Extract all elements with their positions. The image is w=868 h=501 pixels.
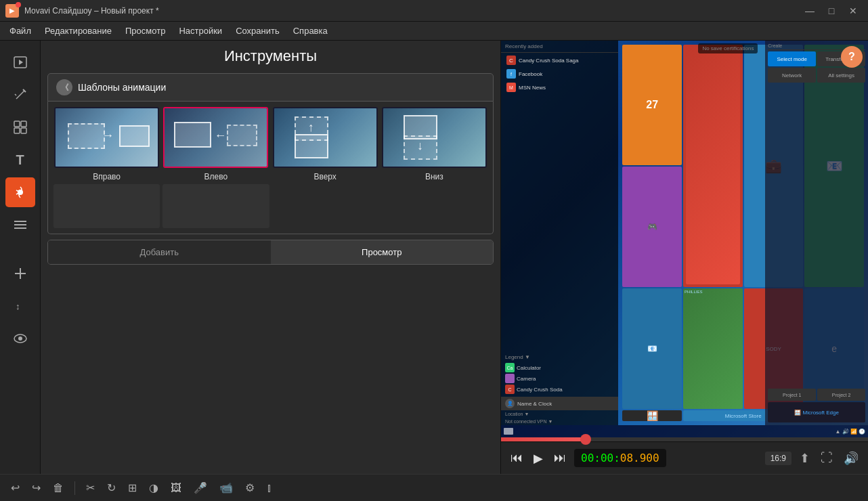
anim-label-right: Вправо (93, 172, 121, 181)
crop-button[interactable]: ⊞ (124, 479, 141, 497)
progress-thumb[interactable] (580, 434, 591, 445)
svg-rect-7 (14, 128, 20, 133)
anim-thumb-up: ↑ (273, 107, 378, 168)
share-button[interactable]: ⬆ (797, 448, 812, 469)
anim-label-down: Вниз (425, 172, 443, 181)
no-save-notifications: No save certifications (698, 43, 758, 53)
action-buttons: Добавить Просмотр (47, 240, 494, 265)
menubar-item-сохранить[interactable]: Сохранить (229, 23, 286, 39)
start-menu: Recently added CCandy Crush Soda Saga fF… (501, 41, 618, 425)
fullscreen-button[interactable]: ⛶ (818, 448, 836, 468)
volume-button[interactable]: 🔊 (841, 448, 861, 469)
section-header: 《 Шаблоны анимации (47, 73, 494, 102)
animations-grid: → Вправо ← Влево (47, 102, 494, 234)
sidebar-btn-menu[interactable] (5, 210, 35, 240)
image-button[interactable]: 🖼 (167, 479, 186, 497)
skip-to-end-button[interactable]: ⏭ (551, 448, 569, 468)
anim-thumb-extra-3 (272, 184, 378, 228)
svg-rect-6 (21, 121, 26, 127)
anim-label-left: Влево (204, 172, 228, 181)
preview-progress-bar (501, 437, 868, 441)
svg-line-4 (15, 94, 16, 95)
menubar: ФайлРедактированиеПросмотрНастройкиСохра… (0, 22, 868, 41)
timecode-display: 00:00:08.900 (574, 449, 666, 467)
right-panel: Create Select mode Transfer rock Network… (765, 41, 868, 425)
svg-marker-1 (19, 60, 23, 65)
anim-item-left[interactable]: ← Влево (162, 107, 269, 181)
anim-thumb-extra-1[interactable] (53, 184, 160, 228)
sidebar-btn-cursor[interactable]: ↕ (5, 291, 35, 321)
menubar-item-справка[interactable]: Справка (286, 23, 334, 39)
anim-thumb-extra-2[interactable] (162, 184, 269, 228)
titlebar: ▶ Movavi Слайдшоу – Новый проект * — □ ✕ (0, 0, 868, 22)
maximize-button[interactable]: □ (822, 4, 841, 18)
section-title: Шаблоны анимации (78, 82, 166, 93)
play-button[interactable]: ▶ (531, 448, 546, 469)
app-icon: ▶ (5, 4, 19, 18)
sidebar-btn-plus[interactable] (5, 259, 35, 288)
help-button[interactable]: ? (841, 46, 863, 68)
rotate-button[interactable]: ↻ (103, 479, 120, 497)
back-button[interactable]: 《 (56, 79, 72, 95)
anim-thumb-down: ↓ (382, 107, 487, 168)
progress-fill (501, 437, 586, 441)
anim-thumb-extra-4 (381, 184, 487, 228)
sidebar-btn-text[interactable]: T (5, 145, 35, 175)
undo-button[interactable]: ↩ (7, 479, 24, 497)
sidebar-btn-filter[interactable] (5, 112, 35, 142)
anim-thumb-right: → (54, 107, 159, 168)
anim-item-down[interactable]: ↓ Вниз (381, 107, 487, 181)
sidebar-btn-media[interactable] (5, 47, 35, 77)
svg-line-2 (16, 91, 24, 99)
color-button[interactable]: ◑ (145, 479, 162, 497)
add-button[interactable]: Добавить (48, 240, 271, 264)
audio-button[interactable]: 🎤 (190, 479, 211, 497)
sidebar: T ↕ (0, 41, 41, 474)
minimize-button[interactable]: — (800, 4, 819, 18)
skip-to-start-button[interactable]: ⏮ (508, 448, 525, 468)
sidebar-btn-wand[interactable] (5, 80, 35, 110)
timeline-toolbar: ↩ ↪ 🗑 ✂ ↻ ⊞ ◑ 🖼 🎤 📹 ⚙ ⫿ (0, 475, 868, 501)
sidebar-btn-eye[interactable] (5, 324, 35, 353)
settings-button[interactable]: ⚙ (241, 479, 259, 497)
aspect-ratio-selector[interactable]: 16:9 (765, 452, 791, 465)
notification-badge (16, 2, 21, 7)
svg-rect-5 (14, 121, 20, 127)
svg-text:↕: ↕ (16, 301, 20, 311)
anim-label-up: Вверх (313, 172, 336, 181)
menubar-item-просмотр[interactable]: Просмотр (118, 23, 172, 39)
preview-area: ▲ 🔊 📶 🕐 Recently added CCandy Crush Soda… (501, 41, 868, 437)
svg-rect-8 (21, 128, 26, 133)
title-left: ▶ Movavi Слайдшоу – Новый проект * (5, 4, 159, 18)
win10-taskbar: ▲ 🔊 📶 🕐 (501, 425, 868, 437)
app-icon-symbol: ▶ (9, 7, 15, 14)
tools-panel: Инструменты 《 Шаблоны анимации → Впр (41, 41, 501, 474)
close-button[interactable]: ✕ (844, 4, 863, 18)
anim-thumb-left: ← (163, 107, 268, 168)
menubar-item-настройки[interactable]: Настройки (172, 23, 229, 39)
playback-controls: ⏮ ▶ ⏭ 00:00:08.900 16:9 ⬆ ⛶ 🔊 (501, 441, 868, 474)
video-button[interactable]: 📹 (215, 479, 237, 497)
svg-point-17 (18, 336, 22, 341)
equalizer-button[interactable]: ⫿ (263, 479, 276, 497)
redo-button[interactable]: ↪ (28, 479, 45, 497)
cut-button[interactable]: ✂ (82, 479, 99, 497)
sidebar-btn-animation[interactable] (5, 177, 35, 207)
delete-button[interactable]: 🗑 (49, 479, 68, 497)
window-controls: — □ ✕ (800, 4, 863, 18)
anim-item-right[interactable]: → Вправо (53, 107, 160, 181)
timeline-area: ↩ ↪ 🗑 ✂ ↻ ⊞ ◑ 🖼 🎤 📹 ⚙ ⫿ 00:00:00 00:00:0… (0, 474, 868, 501)
tools-title: Инструменты (47, 47, 494, 65)
menubar-item-редактирование[interactable]: Редактирование (38, 23, 118, 39)
main-area: T ↕ Инструменты 《 Шаблоны анимации (0, 41, 868, 474)
preview-screen: ▲ 🔊 📶 🕐 Recently added CCandy Crush Soda… (501, 41, 868, 437)
preview-button[interactable]: Просмотр (271, 240, 494, 264)
window-title: Movavi Слайдшоу – Новый проект * (24, 6, 159, 16)
menubar-item-файл[interactable]: Файл (3, 23, 38, 39)
svg-text:《: 《 (61, 83, 69, 92)
anim-item-up[interactable]: ↑ Вверх (272, 107, 378, 181)
preview-panel: ▲ 🔊 📶 🕐 Recently added CCandy Crush Soda… (501, 41, 868, 474)
